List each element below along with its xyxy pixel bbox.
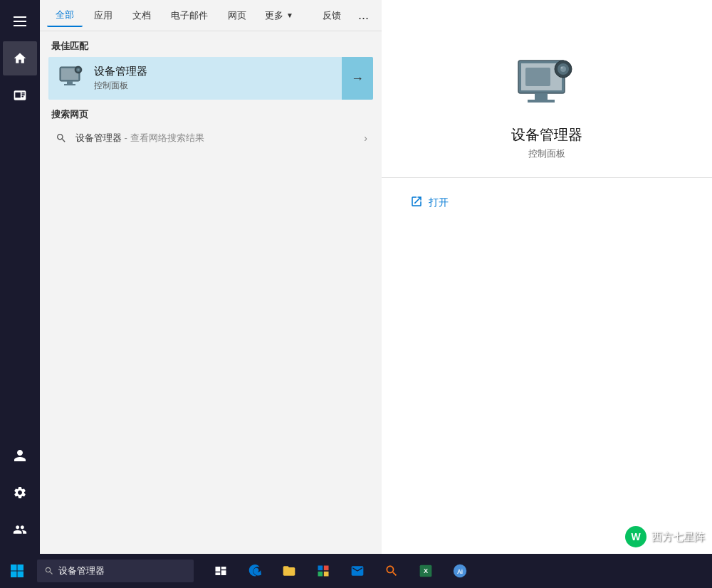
- svg-point-15: [561, 66, 563, 68]
- taskbar-search-mag-icon: [384, 564, 399, 578]
- store-icon: [316, 564, 330, 578]
- detail-divider: [382, 177, 712, 178]
- explorer-icon: [282, 564, 296, 578]
- taskbar-app-icons: X Ai: [205, 555, 476, 587]
- best-match-text: 设备管理器 控制面板: [94, 65, 365, 92]
- best-match-subtitle: 控制面板: [94, 80, 365, 92]
- start-button[interactable]: [0, 554, 34, 588]
- svg-rect-21: [18, 572, 24, 578]
- svg-rect-22: [318, 566, 323, 571]
- tab-more[interactable]: 更多 ▼: [258, 5, 300, 26]
- taskbar-excel[interactable]: X: [410, 555, 441, 587]
- watermark: W 西方七星阵: [624, 525, 705, 548]
- svg-text:Ai: Ai: [457, 569, 463, 575]
- detail-subtitle: 控制面板: [528, 147, 565, 160]
- detail-title: 设备管理器: [511, 125, 582, 145]
- taskbar: X Ai: [0, 554, 712, 588]
- taskbar-explorer[interactable]: [273, 555, 305, 587]
- svg-text:X: X: [424, 567, 429, 574]
- taskbar-mail[interactable]: [342, 555, 373, 587]
- web-search-text: 设备管理器 - 查看网络搜索结果: [75, 132, 364, 145]
- search-window: 全部 应用 文档 电子邮件 网页 更多 ▼ 反馈 ... 最佳匹配: [0, 0, 712, 554]
- web-search-label: 搜索网页: [40, 100, 382, 125]
- svg-rect-2: [67, 81, 73, 84]
- open-icon: [410, 195, 423, 211]
- svg-rect-25: [324, 572, 329, 577]
- open-button[interactable]: 打开: [399, 189, 460, 216]
- search-panel: 全部 应用 文档 电子邮件 网页 更多 ▼ 反馈 ... 最佳匹配: [40, 0, 382, 554]
- web-search-item[interactable]: 设备管理器 - 查看网络搜索结果 ›: [43, 125, 379, 151]
- svg-rect-18: [11, 565, 17, 571]
- virtual-desktops-icon: [214, 565, 227, 577]
- svg-rect-20: [11, 572, 17, 578]
- options-button[interactable]: ...: [352, 5, 375, 26]
- tab-all[interactable]: 全部: [47, 4, 83, 27]
- svg-point-6: [78, 69, 80, 71]
- sidebar-home[interactable]: [3, 41, 37, 75]
- tab-docs[interactable]: 文档: [124, 5, 159, 26]
- tabs-row: 全部 应用 文档 电子邮件 网页 更多 ▼ 反馈 ...: [40, 0, 382, 31]
- users-icon: [13, 523, 27, 537]
- tabs-right: 反馈 ...: [317, 5, 375, 26]
- sidebar-users[interactable]: [3, 513, 37, 547]
- taskbar-search-box[interactable]: [37, 560, 194, 582]
- taskbar-search-input[interactable]: [58, 566, 187, 577]
- watermark-icon: W: [624, 525, 647, 548]
- search-web-icon: [54, 131, 68, 145]
- device-manager-icon: [57, 64, 85, 93]
- best-match-arrow[interactable]: →: [342, 57, 373, 100]
- ai-icon: Ai: [452, 563, 468, 579]
- open-label: 打开: [429, 196, 449, 209]
- detail-panel: 设备管理器 控制面板 打开: [382, 0, 712, 554]
- taskbar-virtual-desktops[interactable]: [205, 555, 236, 587]
- person-icon: [13, 448, 27, 463]
- tab-email[interactable]: 电子邮件: [162, 5, 216, 26]
- svg-text:W: W: [631, 531, 641, 542]
- tab-web[interactable]: 网页: [219, 5, 255, 26]
- svg-rect-23: [324, 566, 329, 571]
- feedback-button[interactable]: 反馈: [317, 6, 347, 25]
- excel-icon: X: [419, 564, 433, 578]
- watermark-text: 西方七星阵: [651, 530, 705, 544]
- taskbar-search-icon: [44, 566, 54, 576]
- sidebar-person[interactable]: [3, 439, 37, 473]
- taskbar-edge[interactable]: [239, 555, 271, 587]
- windows-icon: [10, 564, 24, 578]
- taskbar-store[interactable]: [308, 555, 339, 587]
- taskbar-search-btn[interactable]: [376, 555, 407, 587]
- svg-rect-19: [18, 565, 24, 571]
- chevron-down-icon: ▼: [286, 11, 293, 19]
- web-arrow-icon: ›: [364, 132, 367, 144]
- sidebar-hamburger[interactable]: [3, 4, 37, 38]
- settings-icon: [13, 485, 27, 500]
- svg-rect-3: [64, 84, 75, 85]
- sidebar: [0, 0, 40, 554]
- edge-icon: [247, 563, 263, 579]
- sidebar-contact[interactable]: [3, 78, 37, 112]
- svg-rect-10: [528, 100, 555, 103]
- best-match-label: 最佳匹配: [40, 31, 382, 57]
- mail-icon: [350, 564, 365, 578]
- best-match-item[interactable]: 设备管理器 控制面板 →: [48, 57, 373, 100]
- home-icon: [13, 51, 27, 65]
- tab-apps[interactable]: 应用: [85, 5, 121, 26]
- best-match-title: 设备管理器: [94, 65, 365, 78]
- sidebar-settings[interactable]: [3, 476, 37, 510]
- svg-rect-9: [535, 93, 548, 100]
- taskbar-ai[interactable]: Ai: [444, 555, 476, 587]
- svg-rect-11: [525, 68, 550, 86]
- detail-device-manager-icon: [511, 57, 582, 114]
- contact-icon: [13, 88, 27, 103]
- sidebar-bottom: [3, 437, 37, 554]
- svg-rect-24: [318, 572, 323, 577]
